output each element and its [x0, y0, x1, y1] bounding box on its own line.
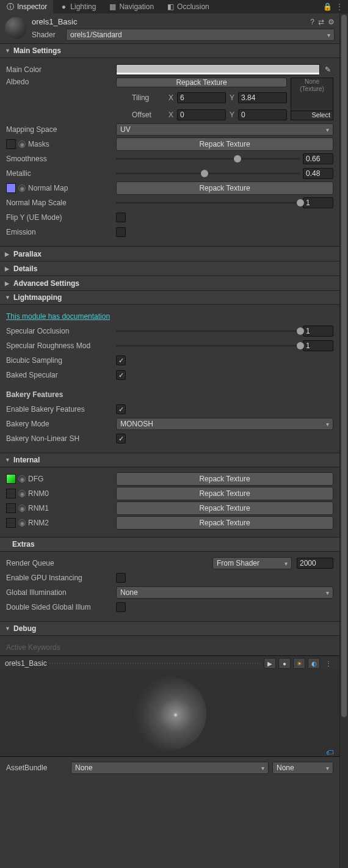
- tiling-label: Tiling: [116, 93, 167, 102]
- tab-label: Lighting: [70, 2, 96, 11]
- rnm2-swatch[interactable]: [6, 518, 16, 528]
- rnm2-label: ◉ RNM2: [6, 518, 116, 528]
- tab-lighting[interactable]: ● Lighting: [53, 0, 102, 13]
- dfg-repack-button[interactable]: Repack Texture: [116, 472, 333, 486]
- texture-picker-icon[interactable]: ◉: [18, 505, 26, 512]
- normal-map-swatch[interactable]: [6, 183, 16, 193]
- rnm1-repack-button[interactable]: Repack Texture: [116, 501, 333, 515]
- bakery-nlsh-checkbox[interactable]: ✓: [116, 434, 126, 443]
- gi-dropdown[interactable]: None: [116, 586, 333, 599]
- emission-checkbox[interactable]: [116, 227, 126, 237]
- dfg-swatch[interactable]: [6, 474, 16, 484]
- baked-spec-checkbox[interactable]: ✓: [116, 370, 126, 380]
- tag-icon[interactable]: 🏷: [326, 748, 333, 757]
- spec-occ-field[interactable]: 1: [303, 326, 333, 337]
- mapping-space-dropdown[interactable]: UV: [116, 123, 333, 136]
- tiling-y-field[interactable]: 3.84: [238, 92, 287, 103]
- smoothness-slider[interactable]: [116, 153, 300, 164]
- rnm1-swatch[interactable]: [6, 503, 16, 513]
- tab-occlusion[interactable]: ◧ Occlusion: [160, 0, 216, 13]
- smoothness-field[interactable]: 0.66: [303, 153, 333, 164]
- preview-menu-icon[interactable]: ⋮: [322, 658, 335, 669]
- more-icon[interactable]: ⋮: [336, 2, 343, 11]
- help-icon[interactable]: ?: [310, 18, 314, 26]
- bakery-mode-dropdown[interactable]: MONOSH: [116, 418, 333, 430]
- metallic-field[interactable]: 0.48: [303, 168, 333, 179]
- bicubic-checkbox[interactable]: ✓: [116, 356, 126, 365]
- render-queue-field[interactable]: 2000: [297, 558, 333, 569]
- mapping-space-label: Mapping Space: [6, 125, 116, 134]
- double-sided-checkbox[interactable]: [116, 602, 126, 612]
- texture-picker-icon[interactable]: ◉: [18, 490, 26, 497]
- section-details[interactable]: ▶ Details: [0, 261, 339, 275]
- y-label: Y: [228, 93, 236, 102]
- tab-navigation[interactable]: ▦ Navigation: [102, 0, 160, 13]
- masks-swatch[interactable]: [6, 139, 16, 149]
- info-icon: ⓘ: [6, 2, 15, 11]
- render-queue-label: Render Queue: [6, 559, 116, 567]
- spec-rough-field[interactable]: 1: [303, 340, 333, 351]
- rnm0-swatch[interactable]: [6, 489, 16, 498]
- albedo-repack-button[interactable]: Repack Texture: [116, 78, 287, 87]
- lock-icon[interactable]: 🔒: [323, 2, 332, 11]
- button-label: Repack Texture: [176, 78, 227, 87]
- normal-map-scale-field[interactable]: 1: [303, 197, 333, 208]
- tab-label: Navigation: [119, 2, 154, 11]
- offset-y-field[interactable]: 0: [238, 109, 287, 120]
- metallic-slider[interactable]: [116, 168, 300, 179]
- spec-occ-slider[interactable]: [116, 326, 300, 337]
- main-color-field[interactable]: [116, 64, 320, 75]
- render-queue-dropdown[interactable]: From Shader: [212, 557, 292, 569]
- albedo-texture-slot[interactable]: None (Texture) Select: [291, 78, 333, 120]
- preview-drag-handle[interactable]: [49, 663, 261, 664]
- bakery-nlsh-label: Bakery Non-Linear SH: [6, 434, 116, 443]
- chevron-down-icon: ▼: [5, 625, 11, 632]
- scrollbar[interactable]: [339, 13, 348, 868]
- rnm0-repack-button[interactable]: Repack Texture: [116, 487, 333, 500]
- texture-picker-icon[interactable]: ◉: [18, 475, 26, 483]
- assetbundle-label: AssetBundle: [6, 764, 67, 772]
- flip-y-checkbox[interactable]: [116, 213, 126, 222]
- play-icon[interactable]: ▶: [264, 658, 276, 669]
- assetbundle-variant-dropdown[interactable]: None: [272, 762, 333, 774]
- material-preview[interactable]: [0, 671, 339, 756]
- sky-icon[interactable]: ◐: [308, 658, 320, 669]
- gear-icon[interactable]: ⚙: [328, 18, 335, 26]
- normal-map-scale-slider[interactable]: [116, 197, 300, 208]
- rnm1-label: ◉ RNM1: [6, 503, 116, 513]
- eyedropper-icon[interactable]: ✎: [322, 64, 333, 75]
- normalmap-repack-button[interactable]: Repack Texture: [116, 181, 333, 195]
- section-title: Advanced Settings: [13, 279, 79, 288]
- preset-icon[interactable]: ⇄: [318, 18, 324, 26]
- tab-inspector[interactable]: ⓘ Inspector: [0, 0, 53, 13]
- texture-select[interactable]: Select: [291, 111, 333, 120]
- chevron-down-icon: ▼: [5, 457, 11, 463]
- section-internal[interactable]: ▼ Internal: [0, 453, 339, 467]
- offset-x-field[interactable]: 0: [177, 109, 226, 120]
- enable-bakery-checkbox[interactable]: ✓: [116, 404, 126, 414]
- section-advanced[interactable]: ▶ Advanced Settings: [0, 275, 339, 290]
- bakery-mode-label: Bakery Mode: [6, 420, 116, 428]
- section-parallax[interactable]: ▶ Parallax: [0, 246, 339, 261]
- masks-repack-button[interactable]: Repack Texture: [116, 137, 333, 151]
- tiling-x-field[interactable]: 6: [177, 92, 226, 103]
- light-icon[interactable]: ☀: [293, 658, 305, 669]
- section-lightmapping[interactable]: ▼ Lightmapping: [0, 290, 339, 305]
- assetbundle-dropdown[interactable]: None: [71, 762, 269, 774]
- rnm2-repack-button[interactable]: Repack Texture: [116, 516, 333, 530]
- normal-map-scale-label: Normal Map Scale: [6, 199, 116, 207]
- sphere-icon[interactable]: ●: [278, 658, 291, 669]
- doc-link[interactable]: This module has documentation: [6, 312, 110, 321]
- spec-rough-slider[interactable]: [116, 340, 300, 351]
- x-label: X: [167, 111, 175, 119]
- gpu-inst-checkbox[interactable]: [116, 573, 126, 583]
- texture-picker-icon[interactable]: ◉: [18, 519, 26, 527]
- smoothness-label: Smoothness: [6, 155, 116, 163]
- texture-picker-icon[interactable]: ◉: [18, 184, 26, 192]
- shader-dropdown[interactable]: orels1/Standard: [66, 29, 335, 41]
- metallic-label: Metallic: [6, 169, 116, 178]
- section-debug[interactable]: ▼ Debug: [0, 621, 339, 636]
- section-main-settings[interactable]: ▼ Main Settings: [0, 43, 339, 58]
- texture-picker-icon[interactable]: ◉: [18, 140, 26, 148]
- material-preview-icon: [5, 17, 27, 39]
